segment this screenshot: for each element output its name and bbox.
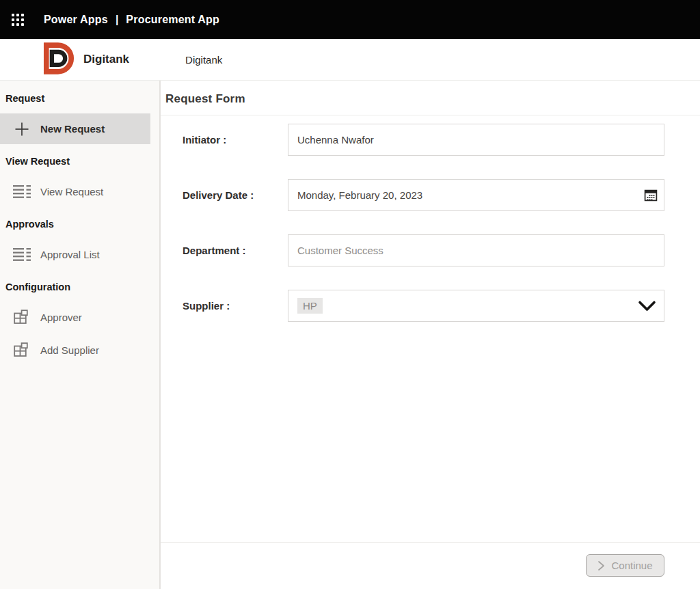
page-title: Request Form (161, 81, 700, 115)
table-icon (12, 309, 31, 327)
list-icon (12, 184, 31, 199)
title-separator: | (116, 14, 118, 26)
brand-name: Digitank (83, 53, 129, 66)
delivery-date-value: Monday, February 20, 2023 (297, 189, 422, 201)
department-input[interactable]: Customer Success (288, 234, 664, 266)
top-app-bar: Power Apps | Procurement App (0, 0, 700, 39)
sidebar-item-label: Add Supplier (40, 344, 99, 356)
chevron-down-icon[interactable] (638, 300, 656, 312)
screen-title: Digitank (185, 54, 222, 66)
brand-header: Digitank Digitank (0, 39, 700, 80)
supplier-dropdown[interactable]: HP (288, 290, 664, 322)
delivery-date-row: Delivery Date : Monday, February 20, 202… (183, 179, 700, 211)
supplier-selected-value: HP (297, 298, 323, 314)
supplier-row: Supplier : HP (183, 290, 700, 322)
sidebar-item-label: New Request (40, 123, 105, 135)
initiator-input[interactable]: Uchenna Nwafor (288, 124, 664, 156)
table-icon (12, 342, 31, 359)
sidebar-heading-configuration: Configuration (5, 282, 159, 292)
sidebar-item-add-supplier[interactable]: Add Supplier (0, 335, 150, 366)
supplier-label: Supplier : (183, 300, 288, 312)
continue-label: Continue (611, 560, 652, 571)
sidebar-item-approval-list[interactable]: Approval List (0, 239, 150, 270)
form-fields: Initiator : Uchenna Nwafor Delivery Date… (161, 115, 700, 542)
digitank-logo (39, 40, 76, 79)
sidebar-heading-view-request: View Request (5, 156, 159, 167)
initiator-value: Uchenna Nwafor (297, 134, 374, 146)
sidebar-item-label: Approval List (40, 249, 100, 260)
powerapps-label[interactable]: Power Apps (44, 14, 108, 26)
sidebar-item-approver[interactable]: Approver (0, 302, 150, 333)
form-footer: Continue (161, 542, 700, 589)
app-title: Procurement App (126, 14, 219, 26)
sidebar-item-label: View Request (40, 186, 103, 197)
app-window: Power Apps | Procurement App Digitank Di… (0, 0, 700, 589)
request-form-panel: Request Form Initiator : Uchenna Nwafor … (161, 81, 700, 589)
department-row: Department : Customer Success (183, 234, 700, 266)
department-value: Customer Success (297, 245, 383, 256)
sidebar-item-view-request[interactable]: View Request (0, 176, 150, 207)
initiator-label: Initiator : (183, 134, 288, 146)
sidebar-item-new-request[interactable]: New Request (0, 113, 150, 144)
list-icon (12, 247, 31, 262)
sidebar-nav: Request New Request View Request (0, 81, 161, 589)
sidebar-heading-request: Request (5, 93, 159, 104)
continue-button[interactable]: Continue (586, 554, 664, 577)
content-area: Request New Request View Request (0, 80, 700, 589)
sidebar-heading-approvals: Approvals (5, 219, 159, 230)
sidebar-item-label: Approver (40, 312, 82, 323)
plus-icon (12, 122, 31, 137)
chevron-right-icon (597, 560, 605, 571)
app-launcher-icon[interactable] (12, 14, 24, 26)
delivery-date-label: Delivery Date : (183, 189, 288, 201)
initiator-row: Initiator : Uchenna Nwafor (183, 124, 700, 156)
calendar-icon[interactable] (644, 189, 658, 202)
department-label: Department : (183, 245, 288, 256)
delivery-date-input[interactable]: Monday, February 20, 2023 (288, 179, 664, 211)
